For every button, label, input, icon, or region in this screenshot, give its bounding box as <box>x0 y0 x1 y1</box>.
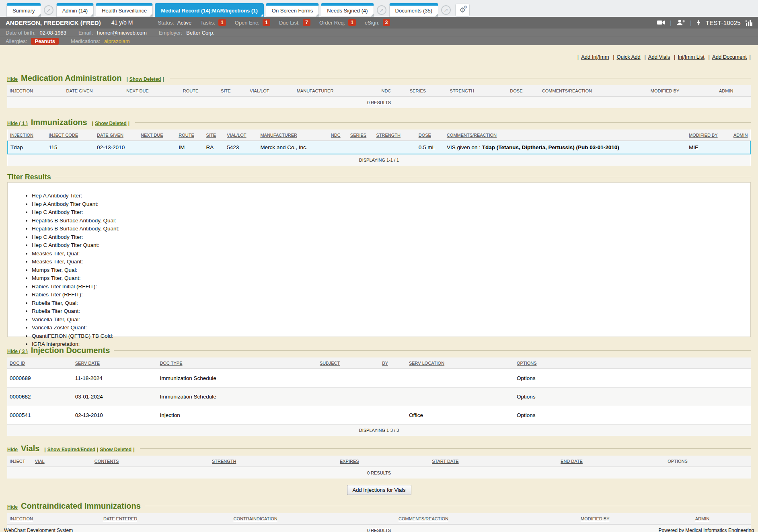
column-header[interactable]: SERIES <box>348 129 374 141</box>
immunization-row-tdap[interactable]: Tdap 115 02-13-2010 IM RA 5423 Merck and… <box>8 141 750 154</box>
column-header[interactable]: OPTIONS <box>514 357 751 369</box>
document-row[interactable]: 0000682 03-01-2024 Immunization Schedule… <box>7 387 751 406</box>
allergy-badge[interactable]: Peanuts <box>31 38 59 45</box>
tab-health-surveillance[interactable]: Health Surveillance <box>96 3 153 17</box>
column-header[interactable]: SERV LOCATION <box>407 357 514 369</box>
column-header[interactable]: ADMIN <box>693 513 751 524</box>
add-injections-for-vials-button[interactable]: Add Injections for Vials <box>347 485 411 495</box>
column-header[interactable]: MODIFIED BY <box>648 85 717 97</box>
column-header[interactable]: DOC TYPE <box>157 357 317 369</box>
order-req-badge[interactable]: 1 <box>348 19 356 26</box>
options-menu-trigger[interactable]: Options <box>517 412 536 418</box>
column-header[interactable]: ADMIN <box>731 129 750 141</box>
column-header[interactable]: ROUTE <box>181 85 218 97</box>
column-header[interactable]: NDC <box>329 129 348 141</box>
column-header[interactable]: COMMENTS/REACTION <box>396 513 578 524</box>
tab-summary[interactable]: Summary <box>6 3 41 17</box>
hide-immunizations-link[interactable]: Hide ( 1 ) <box>7 121 28 126</box>
column-header[interactable]: VIAL/LOT <box>224 129 258 141</box>
column-header[interactable]: SITE <box>218 85 247 97</box>
column-header[interactable]: SITE <box>204 129 225 141</box>
tab-label: Documents (35) <box>395 8 432 14</box>
column-header[interactable]: CONTRAINDICATION <box>231 513 396 524</box>
column-header[interactable]: ROUTE <box>176 129 203 141</box>
tab-on-screen-forms[interactable]: On Screen Forms <box>266 3 319 17</box>
column-header[interactable]: STRENGTH <box>374 129 416 141</box>
column-header[interactable]: COMMENTS/REACTION <box>540 85 648 97</box>
hide-vials-link[interactable]: Hide <box>7 447 18 452</box>
column-header[interactable]: BY <box>380 357 407 369</box>
column-header[interactable]: INJECTION <box>7 85 64 97</box>
add-document-link[interactable]: Add Document <box>709 54 747 60</box>
column-header[interactable]: ADMIN <box>717 85 751 97</box>
column-header[interactable]: INJECT CODE <box>46 129 94 141</box>
column-header[interactable]: SUBJECT <box>317 357 380 369</box>
cell-serv-date: 03-01-2024 <box>73 387 158 406</box>
add-vials-link[interactable]: Add Vials <box>644 54 670 60</box>
column-header[interactable]: SERIES <box>407 85 448 97</box>
tab-admin[interactable]: Admin (14) <box>56 3 94 17</box>
column-header[interactable]: DATE GIVEN <box>94 129 138 141</box>
column-header[interactable]: NDC <box>379 85 407 97</box>
section-title: Vials <box>21 444 39 453</box>
section-rule <box>140 448 751 449</box>
show-deleted-link[interactable]: Show Deleted <box>95 121 127 126</box>
tab-needs-signed[interactable]: Needs Signed (4) <box>321 3 374 17</box>
column-header[interactable]: COMMENTS/REACTION <box>444 129 686 141</box>
column-header[interactable]: DATE ENTERED <box>101 513 231 524</box>
column-header[interactable]: MANUFACTURER <box>294 85 379 97</box>
column-header[interactable]: NEXT DUE <box>138 129 176 141</box>
column-header[interactable]: MANUFACTURER <box>258 129 328 141</box>
show-deleted-link[interactable]: Show Deleted <box>100 447 131 452</box>
options-menu-trigger[interactable]: Options <box>517 375 536 381</box>
column-header[interactable]: DOSE <box>507 85 540 97</box>
column-header[interactable]: CONTENTS <box>92 456 210 467</box>
options-menu-trigger[interactable]: Options <box>517 394 536 400</box>
column-header[interactable]: START DATE <box>429 456 558 467</box>
tab-label: Health Surveillance <box>102 8 147 14</box>
hide-contraindicated-link[interactable]: Hide <box>7 504 18 510</box>
cell-by <box>380 387 407 406</box>
add-person-icon[interactable] <box>676 19 685 26</box>
column-header[interactable]: NEXT DUE <box>124 85 181 97</box>
cell-dose: 0.5 mL <box>416 141 444 154</box>
esign-badge[interactable]: 3 <box>383 19 390 26</box>
open-enc-badge[interactable]: 1 <box>263 19 270 26</box>
tasks-badge[interactable]: 1 <box>218 19 226 26</box>
bar-chart-icon[interactable] <box>746 20 752 26</box>
quick-add-link[interactable]: Quick Add <box>613 54 641 60</box>
column-header[interactable]: DOC ID <box>7 357 73 369</box>
show-deleted-link[interactable]: Show Deleted <box>129 76 161 82</box>
popout-documents-icon[interactable]: ↗ <box>441 5 451 15</box>
tab-medical-record-mar-injections[interactable]: Medical Record (14):MAR/Injections (1) <box>155 3 264 17</box>
video-camera-icon[interactable] <box>657 20 665 25</box>
column-header[interactable]: STRENGTH <box>210 456 337 467</box>
popout-summary-icon[interactable]: ↗ <box>44 5 53 15</box>
medication-value[interactable]: alprazolam <box>104 38 130 44</box>
tab-documents[interactable]: Documents (35) <box>389 3 438 17</box>
hide-injection-documents-link[interactable]: Hide ( 3 ) <box>7 349 28 354</box>
lightning-bolt-icon[interactable] <box>696 19 701 26</box>
show-expired-ended-link[interactable]: Show Expired/Ended <box>47 447 95 452</box>
column-header[interactable]: INJECTION <box>7 513 101 524</box>
column-header[interactable]: SERV DATE <box>73 357 158 369</box>
column-header[interactable]: MODIFIED BY <box>578 513 693 524</box>
popout-needs-signed-icon[interactable]: ↗ <box>377 5 386 15</box>
document-row[interactable]: 0000541 02-13-2010 Injection Office Opti… <box>7 406 751 424</box>
column-header[interactable]: DATE GIVEN <box>64 85 124 97</box>
column-header[interactable]: MODIFIED BY <box>686 129 731 141</box>
settings-gear-button[interactable]: ⚙⚙ <box>455 4 470 16</box>
inj-imm-list-link[interactable]: Inj/Imm List <box>674 54 705 60</box>
add-inj-imm-link[interactable]: Add Inj/Imm <box>577 54 609 60</box>
column-header[interactable]: DOSE <box>416 129 444 141</box>
patient-alerts-row: Allergies: Peanuts Medications: alprazol… <box>0 37 758 45</box>
column-header[interactable]: END DATE <box>558 456 665 467</box>
column-header[interactable]: EXPIRES <box>337 456 429 467</box>
due-list-badge[interactable]: 7 <box>303 19 310 26</box>
hide-medication-administration-link[interactable]: Hide <box>7 76 18 82</box>
column-header[interactable]: STRENGTH <box>448 85 508 97</box>
document-row[interactable]: 0000689 11-18-2024 Immunization Schedule… <box>7 369 751 387</box>
column-header[interactable]: VIAL <box>33 456 92 467</box>
column-header[interactable]: INJECTION <box>8 129 46 141</box>
column-header[interactable]: VIAL/LOT <box>247 85 294 97</box>
